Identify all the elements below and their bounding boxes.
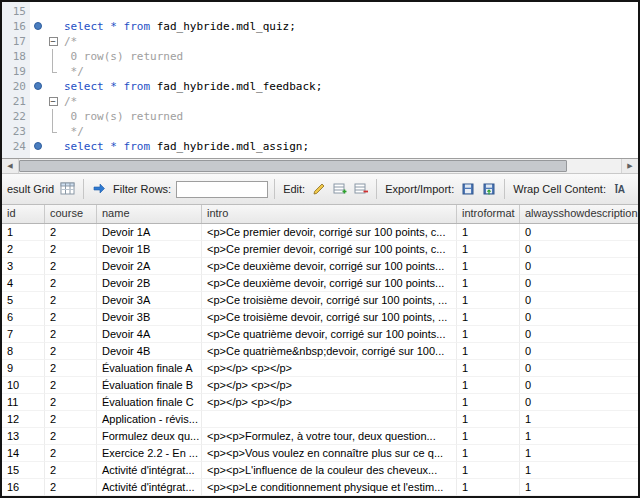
editor-line[interactable]: 23 */ (2, 124, 638, 139)
column-header-alwaysshowdescription[interactable]: alwaysshowdescription (520, 205, 640, 223)
cell-alwaysshowdescription[interactable]: 1 (520, 411, 638, 428)
editor-line[interactable]: 24select * from fad_hybride.mdl_assign; (2, 139, 638, 154)
cell-introformat[interactable]: 1 (457, 275, 520, 292)
column-header-introformat[interactable]: introformat (457, 205, 520, 223)
cell-introformat[interactable]: 1 (457, 258, 520, 275)
editor-line[interactable]: 16select * from fad_hybride.mdl_quiz; (2, 19, 638, 34)
cell-intro[interactable]: <p><p>Formulez, à votre tour, deux quest… (202, 428, 457, 445)
cell-intro[interactable]: <p>Ce deuxième devoir, corrigé sur 100 p… (202, 275, 457, 292)
cell-course[interactable]: 2 (45, 275, 97, 292)
cell-course[interactable]: 2 (45, 258, 97, 275)
fold-toggle-icon[interactable]: − (46, 94, 60, 109)
cell-course[interactable]: 2 (45, 394, 97, 411)
cell-introformat[interactable]: 1 (457, 224, 520, 241)
fold-collapse-icon[interactable]: − (49, 37, 58, 46)
cell-id[interactable]: 4 (2, 275, 45, 292)
cell-name[interactable]: Devoir 1B (97, 241, 202, 258)
cell-introformat[interactable]: 1 (457, 343, 520, 360)
cell-introformat[interactable]: 1 (457, 326, 520, 343)
column-header-name[interactable]: name (97, 205, 202, 223)
filter-rows-input[interactable] (176, 181, 268, 198)
column-header-id[interactable]: id (2, 205, 45, 223)
table-row[interactable]: 22Devoir 1B<p>Ce premier devoir, corrigé… (2, 241, 638, 258)
cell-intro[interactable]: <p><p>L'influence de la couleur des chev… (202, 462, 457, 479)
cell-name[interactable]: Devoir 3B (97, 309, 202, 326)
cell-introformat[interactable]: 1 (457, 377, 520, 394)
cell-name[interactable]: Devoir 2A (97, 258, 202, 275)
table-row[interactable]: 112Évaluation finale C<p></p> <p></p>10 (2, 394, 638, 411)
cell-id[interactable]: 3 (2, 258, 45, 275)
cell-introformat[interactable]: 1 (457, 462, 520, 479)
cell-alwaysshowdescription[interactable]: 0 (520, 309, 638, 326)
editor-line[interactable]: 17−/* (2, 34, 638, 49)
table-row[interactable]: 152Activité d'intégrat...<p><p>L'influen… (2, 462, 638, 479)
cell-introformat[interactable]: 1 (457, 309, 520, 326)
table-row[interactable]: 42Devoir 2B<p>Ce deuxième devoir, corrig… (2, 275, 638, 292)
cell-name[interactable]: Activité d'intégrat... (97, 462, 202, 479)
cell-name[interactable]: Évaluation finale A (97, 360, 202, 377)
cell-intro[interactable]: <p>Ce deuxième devoir, corrigé sur 100 p… (202, 258, 457, 275)
cell-intro[interactable]: <p></p> <p></p> (202, 377, 457, 394)
cell-introformat[interactable]: 1 (457, 394, 520, 411)
table-row[interactable]: 32Devoir 2A<p>Ce deuxième devoir, corrig… (2, 258, 638, 275)
delete-row-icon[interactable] (352, 180, 370, 198)
editor-horizontal-scrollbar[interactable]: ◀ ▶ (2, 158, 638, 174)
cell-course[interactable]: 2 (45, 343, 97, 360)
cell-course[interactable]: 2 (45, 241, 97, 258)
cell-id[interactable]: 12 (2, 411, 45, 428)
editor-line[interactable]: 18 0 row(s) returned (2, 49, 638, 64)
scroll-right-button[interactable]: ▶ (621, 159, 638, 173)
cell-introformat[interactable]: 1 (457, 411, 520, 428)
cell-course[interactable]: 2 (45, 428, 97, 445)
cell-alwaysshowdescription[interactable]: 0 (520, 377, 638, 394)
cell-alwaysshowdescription[interactable]: 1 (520, 428, 638, 445)
cell-course[interactable]: 2 (45, 411, 97, 428)
cell-alwaysshowdescription[interactable]: 0 (520, 241, 638, 258)
cell-alwaysshowdescription[interactable]: 0 (520, 394, 638, 411)
sql-editor[interactable]: 1516select * from fad_hybride.mdl_quiz;1… (2, 2, 638, 158)
table-row[interactable]: 132Formulez deux qu...<p><p>Formulez, à … (2, 428, 638, 445)
cell-introformat[interactable]: 1 (457, 292, 520, 309)
cell-name[interactable]: Formulez deux qu... (97, 428, 202, 445)
cell-id[interactable]: 10 (2, 377, 45, 394)
scrollbar-thumb[interactable] (19, 160, 567, 172)
cell-name[interactable]: Devoir 4B (97, 343, 202, 360)
cell-intro[interactable] (202, 411, 457, 428)
cell-introformat[interactable]: 1 (457, 428, 520, 445)
cell-name[interactable]: Évaluation finale B (97, 377, 202, 394)
cell-id[interactable]: 5 (2, 292, 45, 309)
table-row[interactable]: 62Devoir 3B<p>Ce troisième devoir, corri… (2, 309, 638, 326)
cell-intro[interactable]: <p>Ce quatrième devoir, corrigé sur 100 … (202, 326, 457, 343)
table-row[interactable]: 102Évaluation finale B<p></p> <p></p>10 (2, 377, 638, 394)
table-row[interactable]: 12Devoir 1A<p>Ce premier devoir, corrigé… (2, 224, 638, 241)
cell-name[interactable]: Devoir 4A (97, 326, 202, 343)
cell-course[interactable]: 2 (45, 462, 97, 479)
cell-alwaysshowdescription[interactable]: 0 (520, 258, 638, 275)
editor-line[interactable]: 19 */ (2, 64, 638, 79)
cell-intro[interactable]: <p>Ce troisième devoir, corrigé sur 100 … (202, 292, 457, 309)
cell-alwaysshowdescription[interactable]: 0 (520, 360, 638, 377)
table-row[interactable]: 92Évaluation finale A<p></p> <p></p>10 (2, 360, 638, 377)
cell-intro[interactable]: <p><p>Vous voulez en connaître plus sur … (202, 445, 457, 462)
cell-course[interactable]: 2 (45, 326, 97, 343)
cell-id[interactable]: 16 (2, 479, 45, 496)
cell-id[interactable]: 9 (2, 360, 45, 377)
table-row[interactable]: 82Devoir 4B<p>Ce quatrième&nbsp;devoir, … (2, 343, 638, 360)
cell-alwaysshowdescription[interactable]: 1 (520, 462, 638, 479)
cell-course[interactable]: 2 (45, 292, 97, 309)
cell-name[interactable]: Devoir 2B (97, 275, 202, 292)
cell-intro[interactable]: <p></p> <p></p> (202, 360, 457, 377)
cell-name[interactable]: Application - révis... (97, 411, 202, 428)
cell-intro[interactable]: <p></p> <p></p> (202, 394, 457, 411)
cell-alwaysshowdescription[interactable]: 0 (520, 292, 638, 309)
cell-alwaysshowdescription[interactable]: 0 (520, 224, 638, 241)
refresh-icon[interactable] (90, 180, 108, 198)
cell-name[interactable]: Devoir 3A (97, 292, 202, 309)
import-icon[interactable] (480, 180, 498, 198)
cell-alwaysshowdescription[interactable]: 0 (520, 326, 638, 343)
cell-id[interactable]: 1 (2, 224, 45, 241)
cell-intro[interactable]: <p>Ce troisième devoir, corrigé sur 100 … (202, 309, 457, 326)
cell-intro[interactable]: <p>Ce premier devoir, corrigé sur 100 po… (202, 224, 457, 241)
editor-line[interactable]: 21−/* (2, 94, 638, 109)
wrap-cell-content-toggle-icon[interactable]: ĪA (611, 180, 629, 198)
